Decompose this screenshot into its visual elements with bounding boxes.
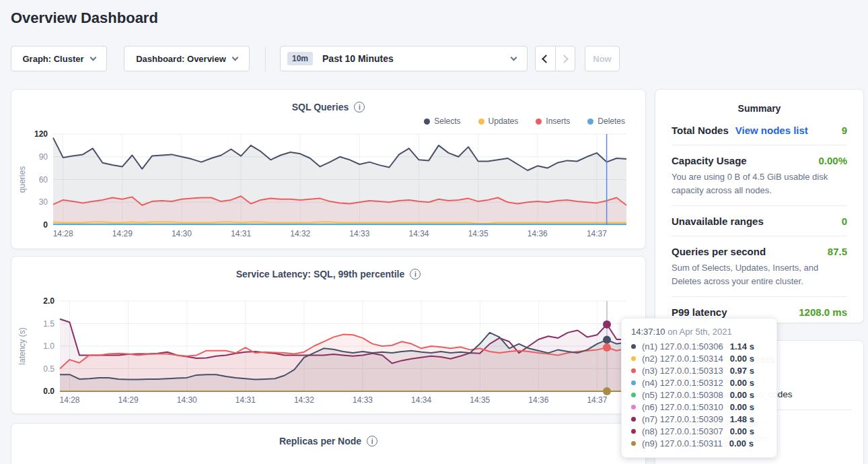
total-nodes-value: 9	[842, 125, 847, 136]
svg-text:14:28: 14:28	[60, 395, 80, 405]
tooltip-node-label: (n1) 127.0.0.1:50306	[642, 341, 723, 352]
svg-text:0.5: 0.5	[43, 364, 55, 374]
tooltip-node-value: 0.00 s	[730, 402, 754, 412]
legend-label: Inserts	[546, 117, 570, 126]
tooltip-node-value: 0.00 s	[730, 354, 754, 364]
svg-text:30: 30	[39, 197, 48, 207]
svg-text:14:33: 14:33	[349, 229, 369, 238]
summary-row-unavailable-ranges: Unavailable ranges 0	[672, 206, 847, 236]
graph-scope-dropdown[interactable]: Graph: Cluster	[11, 46, 107, 71]
legend-label: Updates	[489, 117, 519, 126]
node-color-dot-icon	[631, 356, 636, 361]
capacity-usage-value: 0.00%	[818, 155, 847, 166]
controls-divider	[265, 46, 266, 71]
legend-dot-icon	[424, 119, 430, 125]
tooltip-node-value: 0.00 s	[730, 378, 754, 388]
overview-dashboard-page: Overview Dashboard Graph: Cluster Dashbo…	[0, 0, 868, 464]
time-step-back-button[interactable]	[536, 46, 555, 71]
summary-row-qps: Queries per second 87.5 Sum of Selects, …	[672, 236, 847, 297]
time-range-label: Past 10 Minutes	[322, 53, 394, 64]
tooltip-node-value: 0.00 s	[729, 438, 754, 449]
capacity-usage-description: You are using 0 B of 4.5 GiB usable disk…	[672, 170, 847, 197]
unavailable-ranges-label: Unavailable ranges	[672, 216, 764, 227]
p99-latency-label: P99 latency	[672, 306, 727, 318]
qps-value: 87.5	[828, 246, 847, 257]
svg-text:queries: queries	[17, 166, 27, 193]
time-range-picker[interactable]: 10m Past 10 Minutes	[280, 46, 528, 71]
svg-text:14:35: 14:35	[470, 395, 490, 405]
legend-item-inserts[interactable]: Inserts	[536, 117, 570, 126]
svg-text:0.0: 0.0	[43, 387, 55, 396]
svg-text:14:31: 14:31	[231, 229, 251, 238]
svg-text:14:35: 14:35	[468, 229, 489, 238]
svg-text:14:31: 14:31	[236, 395, 256, 405]
svg-text:1.5: 1.5	[43, 319, 55, 329]
legend-item-updates[interactable]: Updates	[478, 117, 519, 126]
unavailable-ranges-value: 0	[842, 216, 847, 227]
time-step-forward-button[interactable]	[555, 46, 575, 71]
tooltip-timestamp: 14:37:10 on Apr 5th, 2021	[631, 327, 767, 337]
service-latency-chart[interactable]: 0.00.51.01.52.014:2814:2914:3014:3114:32…	[11, 294, 647, 413]
svg-text:60: 60	[39, 175, 48, 185]
qps-description: Sum of Selects, Updates, Inserts, and De…	[672, 261, 847, 288]
now-button[interactable]: Now	[585, 46, 620, 71]
svg-text:14:28: 14:28	[53, 229, 73, 238]
summary-row-capacity: Capacity Usage 0.00% You are using 0 B o…	[672, 145, 847, 206]
sql-chart-legend: SelectsUpdatesInsertsDeletes	[11, 115, 625, 127]
svg-text:14:32: 14:32	[294, 395, 314, 405]
replicas-per-node-chart-title: Replicas per Node	[279, 436, 361, 446]
chevron-left-icon	[542, 55, 550, 63]
chevron-right-icon	[560, 55, 569, 63]
chevron-down-icon	[511, 54, 517, 61]
info-icon[interactable]: i	[367, 436, 377, 446]
replicas-per-node-card: Replicas per Node i	[11, 423, 646, 464]
svg-text:14:37: 14:37	[587, 395, 607, 405]
svg-text:14:36: 14:36	[528, 395, 548, 405]
qps-label: Queries per second	[672, 246, 766, 257]
tooltip-node-label: (n4) 127.0.0.1:50312	[642, 378, 723, 388]
sql-queries-chart[interactable]: 030609012014:2814:2914:3014:3114:3214:33…	[11, 127, 647, 246]
svg-text:14:30: 14:30	[172, 229, 192, 238]
node-color-dot-icon	[631, 441, 636, 446]
tooltip-node-row: (n2) 127.0.0.1:503140.00 s	[631, 352, 767, 364]
tooltip-node-label: (n2) 127.0.0.1:50314	[642, 354, 723, 364]
service-latency-chart-title: Service Latency: SQL, 99th percentile	[236, 269, 405, 279]
svg-text:14:37: 14:37	[587, 229, 607, 238]
chevron-down-icon	[89, 54, 96, 61]
view-nodes-list-link[interactable]: View nodes list	[735, 125, 808, 136]
info-icon[interactable]: i	[410, 269, 421, 279]
svg-text:2.0: 2.0	[43, 296, 55, 306]
legend-dot-icon	[587, 119, 593, 125]
tooltip-node-value: 1.48 s	[730, 414, 754, 424]
service-latency-card: Service Latency: SQL, 99th percentile i …	[11, 256, 646, 414]
svg-text:14:30: 14:30	[177, 395, 197, 405]
svg-text:14:32: 14:32	[290, 229, 310, 238]
legend-item-selects[interactable]: Selects	[424, 117, 460, 126]
tooltip-node-label: (n9) 127.0.0.1:50311	[642, 438, 723, 449]
svg-text:1.0: 1.0	[43, 341, 55, 351]
legend-item-deletes[interactable]: Deletes	[587, 117, 625, 126]
node-color-dot-icon	[631, 368, 636, 373]
svg-text:14:36: 14:36	[528, 229, 548, 238]
node-color-dot-icon	[631, 393, 636, 397]
svg-text:14:34: 14:34	[411, 395, 431, 405]
p99-latency-value: 1208.0 ms	[799, 306, 847, 318]
svg-text:14:33: 14:33	[353, 395, 373, 405]
node-color-dot-icon	[631, 380, 636, 385]
svg-text:0: 0	[43, 220, 48, 230]
tooltip-node-label: (n5) 127.0.0.1:50308	[642, 390, 723, 400]
info-icon[interactable]: i	[354, 102, 365, 112]
sql-queries-card: SQL Queries i SelectsUpdatesInsertsDelet…	[11, 89, 646, 249]
tooltip-node-row: (n7) 127.0.0.1:503091.48 s	[631, 413, 767, 425]
svg-text:90: 90	[39, 152, 48, 162]
tooltip-node-value: 0.00 s	[730, 426, 754, 436]
total-nodes-label: Total Nodes	[672, 125, 729, 136]
legend-label: Deletes	[598, 117, 625, 126]
node-color-dot-icon	[631, 429, 636, 434]
capacity-usage-label: Capacity Usage	[672, 155, 747, 166]
tooltip-node-row: (n5) 127.0.0.1:503080.00 s	[631, 389, 767, 401]
sql-queries-chart-title: SQL Queries	[292, 102, 349, 112]
dashboard-dropdown[interactable]: Dashboard: Overview	[124, 46, 250, 71]
summary-panel: Summary Total Nodes View nodes list 9 Ca…	[655, 89, 864, 323]
tooltip-node-row: (n9) 127.0.0.1:503110.00 s	[631, 437, 767, 449]
